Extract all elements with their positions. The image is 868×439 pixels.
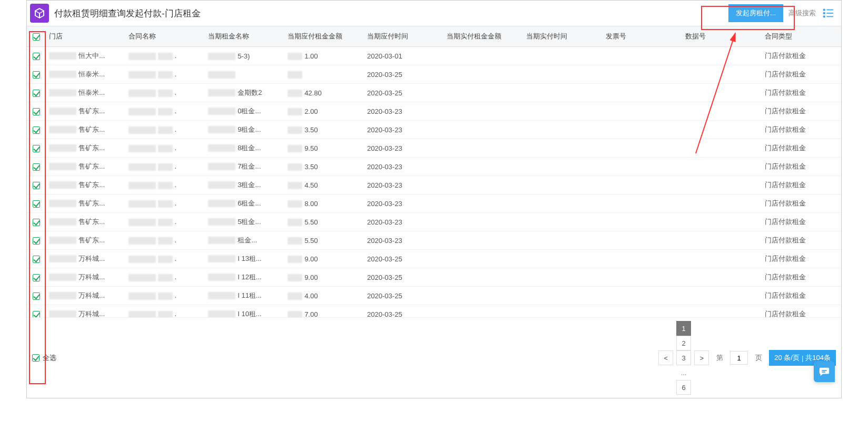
- row-checkbox[interactable]: [33, 182, 40, 189]
- invoice-cell: [603, 158, 682, 176]
- col-paid-amount[interactable]: 当期实付租金金额: [443, 26, 523, 47]
- table-row[interactable]: 恒泰米... .2020-03-25门店付款租金: [27, 65, 841, 84]
- row-checkbox[interactable]: [33, 53, 40, 60]
- select-all-checkbox[interactable]: [32, 354, 40, 362]
- data-id-cell: [682, 231, 762, 250]
- due-date-cell: 2020-03-23: [364, 102, 443, 121]
- row-checkbox[interactable]: [33, 90, 40, 97]
- rent-name-cell: I 11租...: [238, 291, 262, 299]
- page-3-button[interactable]: 3: [676, 350, 691, 365]
- table-row[interactable]: 售矿东... .3租金...4.502020-03-23门店付款租金: [27, 176, 841, 194]
- col-store[interactable]: 门店: [46, 26, 125, 47]
- store-cell: 万科城...: [78, 255, 105, 262]
- data-table: 门店 合同名称 当期租金名称 当期应付租金金额 当期应付时间 当期实付租金金额 …: [27, 26, 841, 317]
- page-input[interactable]: [730, 351, 748, 365]
- paid-date-cell: [523, 305, 603, 318]
- contract-type-cell: 门店付款租金: [762, 47, 841, 65]
- rent-name-cell: 5-3): [238, 52, 250, 60]
- row-checkbox[interactable]: [33, 311, 40, 317]
- store-cell: 售矿东...: [78, 162, 105, 170]
- paid-amount-cell: [443, 250, 523, 268]
- data-id-cell: [682, 287, 762, 305]
- table-row[interactable]: 万科城... .I 12租...9.002020-03-25门店付款租金: [27, 268, 841, 287]
- paid-date-cell: [523, 102, 603, 121]
- due-amount-cell: 42.80: [304, 89, 322, 97]
- col-paid-date[interactable]: 当期实付时间: [523, 26, 603, 47]
- next-page-button[interactable]: >: [694, 350, 709, 365]
- invoice-cell: [603, 305, 682, 318]
- paid-date-cell: [523, 194, 603, 213]
- table-row[interactable]: 售矿东... .0租金...2.002020-03-23门店付款租金: [27, 102, 841, 121]
- rent-name-cell: 8租金...: [238, 144, 261, 152]
- paid-amount-cell: [443, 139, 523, 158]
- row-checkbox[interactable]: [33, 163, 40, 171]
- table-row[interactable]: 售矿东... .6租金...8.002020-03-23门店付款租金: [27, 194, 841, 213]
- paid-date-cell: [523, 158, 603, 176]
- invoice-cell: [603, 194, 682, 213]
- row-checkbox[interactable]: [33, 219, 40, 226]
- table-row[interactable]: 售矿东... .7租金...3.502020-03-23门店付款租金: [27, 158, 841, 176]
- col-data-id[interactable]: 数据号: [682, 26, 762, 47]
- col-rent-name[interactable]: 当期租金名称: [205, 26, 284, 47]
- row-checkbox[interactable]: [33, 274, 40, 281]
- row-checkbox[interactable]: [33, 71, 40, 79]
- row-checkbox[interactable]: [33, 108, 40, 115]
- row-checkbox[interactable]: [33, 145, 40, 152]
- due-amount-cell: 3.50: [304, 163, 318, 171]
- row-checkbox[interactable]: [33, 237, 40, 245]
- chat-support-button[interactable]: [814, 361, 835, 382]
- due-date-cell: 2020-03-25: [364, 65, 443, 84]
- col-contract[interactable]: 合同名称: [125, 26, 205, 47]
- store-cell: 恒泰米...: [78, 70, 105, 78]
- page-2-button[interactable]: 2: [676, 336, 691, 350]
- store-cell: 售矿东...: [78, 199, 105, 207]
- page-title: 付款租赁明细查询发起付款-门店租金: [54, 7, 201, 19]
- table-row[interactable]: 售矿东... .5租金...5.502020-03-23门店付款租金: [27, 213, 841, 231]
- contract-type-cell: 门店付款租金: [762, 139, 841, 158]
- table-row[interactable]: 售矿东... .租金...5.502020-03-23门店付款租金: [27, 231, 841, 250]
- page-1-button[interactable]: 1: [676, 321, 691, 336]
- store-cell: 售矿东...: [78, 181, 105, 189]
- prev-page-button[interactable]: <: [658, 350, 673, 365]
- row-checkbox[interactable]: [33, 256, 40, 263]
- due-date-cell: 2020-03-25: [364, 268, 443, 287]
- paid-amount-cell: [443, 268, 523, 287]
- rent-name-cell: I 12租...: [238, 273, 262, 281]
- table-row[interactable]: 万科城... .I 10租...7.002020-03-25门店付款租金: [27, 305, 841, 318]
- table-row[interactable]: 万科城... .I 11租...4.002020-03-25门店付款租金: [27, 287, 841, 305]
- store-cell: 恒泰米...: [78, 89, 105, 96]
- contract-cell: .: [174, 273, 176, 281]
- table-row[interactable]: 售矿东... .8租金...9.502020-03-23门店付款租金: [27, 139, 841, 158]
- rent-name-cell: 6租金...: [238, 199, 261, 207]
- row-checkbox[interactable]: [33, 200, 40, 208]
- initiate-payment-button[interactable]: 发起房租付...: [728, 4, 783, 22]
- data-id-cell: [682, 47, 762, 65]
- pagination: < 123...6 > 第 页 20 条/页 | 共104条: [658, 321, 836, 395]
- paid-date-cell: [523, 84, 603, 102]
- due-amount-cell: 8.00: [304, 200, 318, 208]
- col-due-date[interactable]: 当期应付时间: [364, 26, 443, 47]
- page-6-button[interactable]: 6: [676, 380, 691, 395]
- row-checkbox[interactable]: [33, 126, 40, 134]
- col-invoice[interactable]: 发票号: [603, 26, 682, 47]
- col-due-amount[interactable]: 当期应付租金金额: [284, 26, 364, 47]
- invoice-cell: [603, 47, 682, 65]
- list-settings-icon[interactable]: [821, 6, 836, 21]
- invoice-cell: [603, 268, 682, 287]
- due-amount-cell: 9.50: [304, 144, 318, 152]
- paid-amount-cell: [443, 121, 523, 139]
- advanced-search-button[interactable]: 高级搜索: [788, 8, 816, 18]
- store-cell: 万科城...: [78, 291, 105, 299]
- row-checkbox[interactable]: [33, 292, 40, 300]
- table-row[interactable]: 售矿东... .9租金...3.502020-03-23门店付款租金: [27, 121, 841, 139]
- contract-cell: .: [174, 107, 176, 115]
- paid-date-cell: [523, 250, 603, 268]
- table-row[interactable]: 万科城... .I 13租...9.002020-03-25门店付款租金: [27, 250, 841, 268]
- col-contract-type[interactable]: 合同类型: [762, 26, 841, 47]
- rent-name-cell: I 10租...: [238, 310, 262, 317]
- table-row[interactable]: 恒大中... .5-3)1.002020-03-01门店付款租金: [27, 47, 841, 65]
- contract-type-cell: 门店付款租金: [762, 213, 841, 231]
- header-checkbox[interactable]: [33, 33, 40, 41]
- data-id-cell: [682, 139, 762, 158]
- table-row[interactable]: 恒泰米... .金期数242.802020-03-25门店付款租金: [27, 84, 841, 102]
